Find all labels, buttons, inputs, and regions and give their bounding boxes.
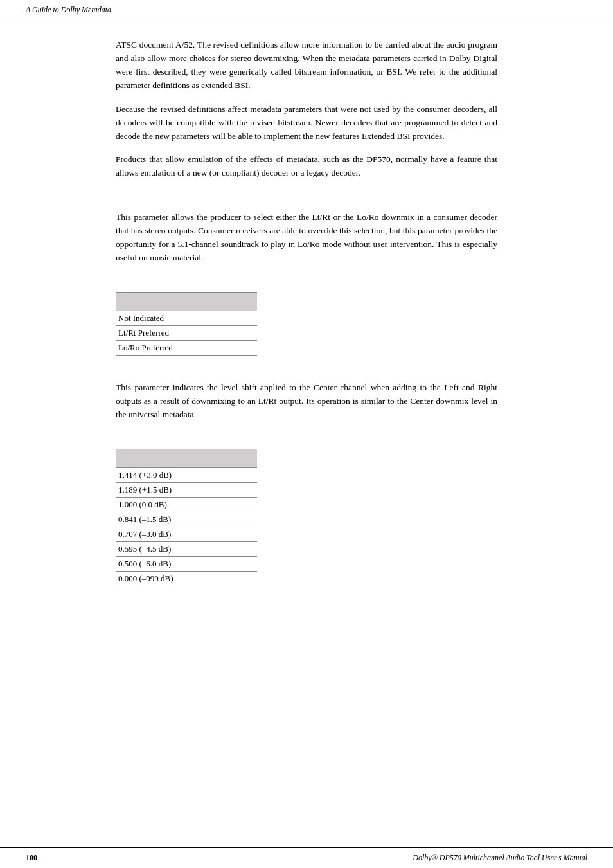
page-container: A Guide to Dolby Metadata ATSC document … (0, 0, 613, 868)
table2-row1: 1.414 (+3.0 dB) (116, 467, 257, 482)
table2-row7: 0.500 (–6.0 dB) (116, 556, 257, 571)
table2-header-row (116, 449, 257, 467)
table1-header-cell (116, 292, 257, 311)
table-row: Lt/Rt Preferred (116, 325, 257, 340)
table2-header-cell (116, 449, 257, 467)
table1-row3: Lo/Ro Preferred (116, 340, 257, 355)
table2-row2: 1.189 (+1.5 dB) (116, 482, 257, 497)
main-content: ATSC document A/52. The revised definiti… (0, 19, 613, 611)
table-row: 0.000 (–999 dB) (116, 571, 257, 586)
table1-row1: Not Indicated (116, 311, 257, 325)
table-row: 1.000 (0.0 dB) (116, 497, 257, 512)
level-shift-table: 1.414 (+3.0 dB) 1.189 (+1.5 dB) 1.000 (0… (116, 449, 257, 586)
table1-header-row (116, 292, 257, 311)
table-row: 1.189 (+1.5 dB) (116, 482, 257, 497)
page-header: A Guide to Dolby Metadata (0, 0, 613, 19)
footer-document-title: Dolby® DP570 Multichannel Audio Tool Use… (413, 853, 587, 863)
table1-row2: Lt/Rt Preferred (116, 325, 257, 340)
downmix-preference-table: Not Indicated Lt/Rt Preferred Lo/Ro Pref… (116, 292, 257, 356)
table2-row6: 0.595 (–4.5 dB) (116, 541, 257, 556)
table2-row8: 0.000 (–999 dB) (116, 571, 257, 586)
table-row: Not Indicated (116, 311, 257, 325)
paragraph-2: Because the revised definitions affect m… (116, 103, 497, 143)
page-footer: 100 Dolby® DP570 Multichannel Audio Tool… (0, 847, 613, 868)
paragraph-5: This parameter indicates the level shift… (116, 381, 497, 422)
table2-row5: 0.707 (–3.0 dB) (116, 527, 257, 541)
table-row: 0.595 (–4.5 dB) (116, 541, 257, 556)
table2-row3: 1.000 (0.0 dB) (116, 497, 257, 512)
table-row: 0.500 (–6.0 dB) (116, 556, 257, 571)
table-row: 1.414 (+3.0 dB) (116, 467, 257, 482)
table2-row4: 0.841 (–1.5 dB) (116, 512, 257, 527)
section-gap-1 (116, 190, 497, 211)
paragraph-1: ATSC document A/52. The revised definiti… (116, 39, 497, 93)
section-gap-3 (116, 361, 497, 381)
section-gap-4 (116, 432, 497, 444)
table-row: 0.841 (–1.5 dB) (116, 512, 257, 527)
footer-page-number: 100 (26, 853, 37, 863)
table-row: 0.707 (–3.0 dB) (116, 527, 257, 541)
paragraph-3: Products that allow emulation of the eff… (116, 153, 497, 180)
section-gap-2 (116, 275, 497, 287)
paragraph-4: This parameter allows the producer to se… (116, 211, 497, 265)
header-title: A Guide to Dolby Metadata (26, 5, 111, 15)
table-row: Lo/Ro Preferred (116, 340, 257, 355)
